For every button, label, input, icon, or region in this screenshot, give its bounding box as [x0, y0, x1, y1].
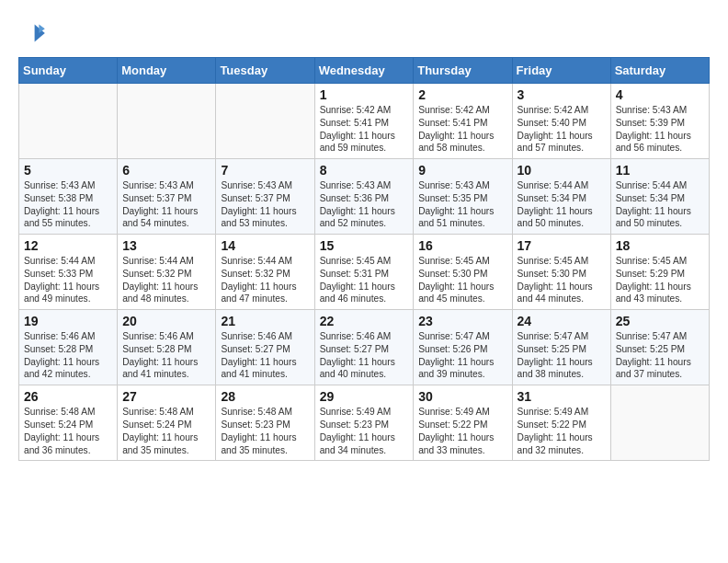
- day-number: 24: [518, 314, 606, 328]
- day-number: 27: [122, 389, 210, 404]
- calendar-cell: 15Sunrise: 5:45 AM Sunset: 5:31 PM Dayli…: [314, 235, 414, 310]
- cell-content: Sunrise: 5:44 AM Sunset: 5:32 PM Dayligh…: [122, 255, 210, 305]
- calendar-cell: 11Sunrise: 5:44 AM Sunset: 5:34 PM Dayli…: [610, 159, 709, 235]
- day-number: 17: [518, 238, 606, 253]
- cell-content: Sunrise: 5:43 AM Sunset: 5:37 PM Dayligh…: [122, 179, 210, 230]
- day-number: 22: [320, 314, 409, 328]
- calendar-week-2: 12Sunrise: 5:44 AM Sunset: 5:33 PM Dayli…: [19, 235, 710, 310]
- calendar-cell: 18Sunrise: 5:45 AM Sunset: 5:29 PM Dayli…: [610, 235, 709, 310]
- calendar-cell: 26Sunrise: 5:48 AM Sunset: 5:24 PM Dayli…: [19, 385, 118, 461]
- day-number: 20: [122, 314, 210, 328]
- calendar-cell: 10Sunrise: 5:44 AM Sunset: 5:34 PM Dayli…: [512, 159, 610, 235]
- day-number: 18: [616, 238, 704, 253]
- calendar-cell: 29Sunrise: 5:49 AM Sunset: 5:23 PM Dayli…: [314, 385, 414, 461]
- cell-content: Sunrise: 5:43 AM Sunset: 5:38 PM Dayligh…: [24, 179, 112, 230]
- day-number: 8: [320, 163, 409, 178]
- day-number: 12: [24, 238, 112, 253]
- day-number: 3: [518, 87, 606, 102]
- cell-content: Sunrise: 5:44 AM Sunset: 5:34 PM Dayligh…: [518, 179, 606, 230]
- calendar-cell: 28Sunrise: 5:48 AM Sunset: 5:23 PM Dayli…: [216, 385, 314, 461]
- calendar-cell: [118, 84, 216, 159]
- cell-content: Sunrise: 5:44 AM Sunset: 5:32 PM Dayligh…: [221, 255, 309, 305]
- page-header: [18, 18, 710, 48]
- cell-content: Sunrise: 5:47 AM Sunset: 5:25 PM Dayligh…: [616, 330, 704, 381]
- day-number: 15: [320, 238, 409, 253]
- cell-content: Sunrise: 5:45 AM Sunset: 5:30 PM Dayligh…: [518, 255, 606, 305]
- cell-content: Sunrise: 5:43 AM Sunset: 5:36 PM Dayligh…: [320, 179, 409, 230]
- col-header-wednesday: Wednesday: [314, 58, 414, 84]
- cell-content: Sunrise: 5:49 AM Sunset: 5:22 PM Dayligh…: [518, 406, 606, 456]
- calendar-cell: 21Sunrise: 5:46 AM Sunset: 5:27 PM Dayli…: [216, 310, 314, 385]
- header-row: SundayMondayTuesdayWednesdayThursdayFrid…: [19, 58, 710, 84]
- calendar-cell: 2Sunrise: 5:42 AM Sunset: 5:41 PM Daylig…: [414, 84, 512, 159]
- calendar-cell: [216, 84, 314, 159]
- calendar-cell: 14Sunrise: 5:44 AM Sunset: 5:32 PM Dayli…: [216, 235, 314, 310]
- day-number: 16: [418, 238, 506, 253]
- cell-content: Sunrise: 5:46 AM Sunset: 5:27 PM Dayligh…: [320, 330, 409, 381]
- day-number: 11: [616, 163, 704, 178]
- cell-content: Sunrise: 5:49 AM Sunset: 5:22 PM Dayligh…: [418, 406, 506, 456]
- logo-icon: [18, 18, 48, 48]
- calendar-cell: [610, 385, 709, 461]
- cell-content: Sunrise: 5:44 AM Sunset: 5:33 PM Dayligh…: [24, 255, 112, 305]
- day-number: 10: [518, 163, 606, 178]
- calendar-week-4: 26Sunrise: 5:48 AM Sunset: 5:24 PM Dayli…: [19, 385, 710, 461]
- cell-content: Sunrise: 5:46 AM Sunset: 5:27 PM Dayligh…: [221, 330, 309, 381]
- calendar-cell: 30Sunrise: 5:49 AM Sunset: 5:22 PM Dayli…: [414, 385, 512, 461]
- col-header-monday: Monday: [118, 58, 216, 84]
- day-number: 13: [122, 238, 210, 253]
- cell-content: Sunrise: 5:42 AM Sunset: 5:41 PM Dayligh…: [418, 104, 506, 155]
- calendar-week-3: 19Sunrise: 5:46 AM Sunset: 5:28 PM Dayli…: [19, 310, 710, 385]
- calendar-cell: 13Sunrise: 5:44 AM Sunset: 5:32 PM Dayli…: [118, 235, 216, 310]
- day-number: 21: [221, 314, 309, 328]
- calendar-cell: 23Sunrise: 5:47 AM Sunset: 5:26 PM Dayli…: [414, 310, 512, 385]
- calendar-cell: 6Sunrise: 5:43 AM Sunset: 5:37 PM Daylig…: [118, 159, 216, 235]
- cell-content: Sunrise: 5:47 AM Sunset: 5:26 PM Dayligh…: [418, 330, 506, 381]
- calendar-cell: 3Sunrise: 5:42 AM Sunset: 5:40 PM Daylig…: [512, 84, 610, 159]
- calendar-cell: 20Sunrise: 5:46 AM Sunset: 5:28 PM Dayli…: [118, 310, 216, 385]
- cell-content: Sunrise: 5:43 AM Sunset: 5:35 PM Dayligh…: [418, 179, 506, 230]
- calendar-week-0: 1Sunrise: 5:42 AM Sunset: 5:41 PM Daylig…: [19, 84, 710, 159]
- day-number: 26: [24, 389, 112, 404]
- calendar-cell: 27Sunrise: 5:48 AM Sunset: 5:24 PM Dayli…: [118, 385, 216, 461]
- cell-content: Sunrise: 5:48 AM Sunset: 5:24 PM Dayligh…: [122, 406, 210, 456]
- calendar-cell: 24Sunrise: 5:47 AM Sunset: 5:25 PM Dayli…: [512, 310, 610, 385]
- calendar-cell: 25Sunrise: 5:47 AM Sunset: 5:25 PM Dayli…: [610, 310, 709, 385]
- calendar-cell: 5Sunrise: 5:43 AM Sunset: 5:38 PM Daylig…: [19, 159, 118, 235]
- cell-content: Sunrise: 5:43 AM Sunset: 5:37 PM Dayligh…: [221, 179, 309, 230]
- day-number: 4: [616, 87, 704, 102]
- day-number: 14: [221, 238, 309, 253]
- day-number: 2: [418, 87, 506, 102]
- day-number: 31: [518, 389, 606, 404]
- calendar-cell: 17Sunrise: 5:45 AM Sunset: 5:30 PM Dayli…: [512, 235, 610, 310]
- calendar-cell: 19Sunrise: 5:46 AM Sunset: 5:28 PM Dayli…: [19, 310, 118, 385]
- col-header-saturday: Saturday: [610, 58, 709, 84]
- cell-content: Sunrise: 5:49 AM Sunset: 5:23 PM Dayligh…: [320, 406, 409, 456]
- cell-content: Sunrise: 5:42 AM Sunset: 5:41 PM Dayligh…: [320, 104, 409, 155]
- cell-content: Sunrise: 5:45 AM Sunset: 5:30 PM Dayligh…: [418, 255, 506, 305]
- day-number: 7: [221, 163, 309, 178]
- calendar-cell: 4Sunrise: 5:43 AM Sunset: 5:39 PM Daylig…: [610, 84, 709, 159]
- day-number: 29: [320, 389, 409, 404]
- day-number: 1: [320, 87, 409, 102]
- cell-content: Sunrise: 5:45 AM Sunset: 5:29 PM Dayligh…: [616, 255, 704, 305]
- calendar-cell: 7Sunrise: 5:43 AM Sunset: 5:37 PM Daylig…: [216, 159, 314, 235]
- day-number: 28: [221, 389, 309, 404]
- calendar-cell: 31Sunrise: 5:49 AM Sunset: 5:22 PM Dayli…: [512, 385, 610, 461]
- cell-content: Sunrise: 5:43 AM Sunset: 5:39 PM Dayligh…: [616, 104, 704, 155]
- day-number: 30: [418, 389, 506, 404]
- calendar-cell: 22Sunrise: 5:46 AM Sunset: 5:27 PM Dayli…: [314, 310, 414, 385]
- calendar-table: SundayMondayTuesdayWednesdayThursdayFrid…: [18, 57, 710, 461]
- cell-content: Sunrise: 5:46 AM Sunset: 5:28 PM Dayligh…: [122, 330, 210, 381]
- calendar-cell: 16Sunrise: 5:45 AM Sunset: 5:30 PM Dayli…: [414, 235, 512, 310]
- cell-content: Sunrise: 5:44 AM Sunset: 5:34 PM Dayligh…: [616, 179, 704, 230]
- calendar-cell: 1Sunrise: 5:42 AM Sunset: 5:41 PM Daylig…: [314, 84, 414, 159]
- day-number: 9: [418, 163, 506, 178]
- calendar-cell: 9Sunrise: 5:43 AM Sunset: 5:35 PM Daylig…: [414, 159, 512, 235]
- day-number: 6: [122, 163, 210, 178]
- col-header-friday: Friday: [512, 58, 610, 84]
- cell-content: Sunrise: 5:45 AM Sunset: 5:31 PM Dayligh…: [320, 255, 409, 305]
- col-header-tuesday: Tuesday: [216, 58, 314, 84]
- cell-content: Sunrise: 5:47 AM Sunset: 5:25 PM Dayligh…: [518, 330, 606, 381]
- day-number: 23: [418, 314, 506, 328]
